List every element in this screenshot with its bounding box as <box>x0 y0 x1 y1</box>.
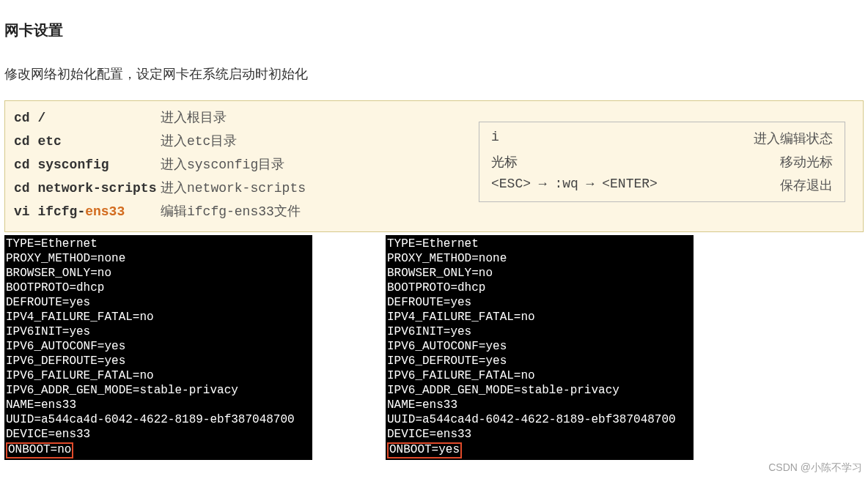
cmd-text: vi ifcfg-ens33 <box>14 204 161 219</box>
vi-key: <ESC> → :wq → <ENTER> <box>491 177 658 194</box>
cmd-desc: 进入sysconfig目录 <box>161 155 284 173</box>
onboot-highlight: ONBOOT=yes <box>387 442 462 458</box>
vi-key-row: i 进入编辑状态 <box>491 130 833 147</box>
watermark: CSDN @小陈不学习 <box>768 461 862 475</box>
vi-key-row: 光标 移动光标 <box>491 153 833 171</box>
cmd-text: cd network-scripts <box>14 181 161 196</box>
cmd-text: cd sysconfig <box>14 157 161 172</box>
cmd-desc: 进入根目录 <box>161 108 227 126</box>
cmd-desc: 进入etc目录 <box>161 132 237 149</box>
onboot-highlight: ONBOOT=no <box>6 442 73 458</box>
vi-key: 光标 <box>491 153 518 171</box>
vi-key: i <box>491 130 499 147</box>
vi-key-desc: 进入编辑状态 <box>754 130 833 147</box>
terminal-after: TYPE=Ethernet PROXY_METHOD=none BROWSER_… <box>386 235 694 460</box>
vi-key-desc: 移动光标 <box>780 153 833 171</box>
section-title: 网卡设置 <box>4 21 864 40</box>
cmd-row: vi ifcfg-ens33 编辑ifcfg-ens33文件 <box>14 202 854 220</box>
vi-key-row: <ESC> → :wq → <ENTER> 保存退出 <box>491 177 833 194</box>
command-box: cd / 进入根目录 cd etc 进入etc目录 cd sysconfig 进… <box>4 100 864 232</box>
terminal-before: TYPE=Ethernet PROXY_METHOD=none BROWSER_… <box>4 235 312 460</box>
vi-key-desc: 保存退出 <box>780 177 833 194</box>
cmd-desc: 进入network-scripts <box>161 179 306 196</box>
cmd-desc: 编辑ifcfg-ens33文件 <box>161 202 301 220</box>
vi-keys-box: i 进入编辑状态 光标 移动光标 <ESC> → :wq → <ENTER> 保… <box>479 122 845 202</box>
cmd-text: cd / <box>14 111 161 125</box>
subtitle: 修改网络初始化配置，设定网卡在系统启动时初始化 <box>4 65 864 83</box>
cmd-text: cd etc <box>14 134 161 149</box>
